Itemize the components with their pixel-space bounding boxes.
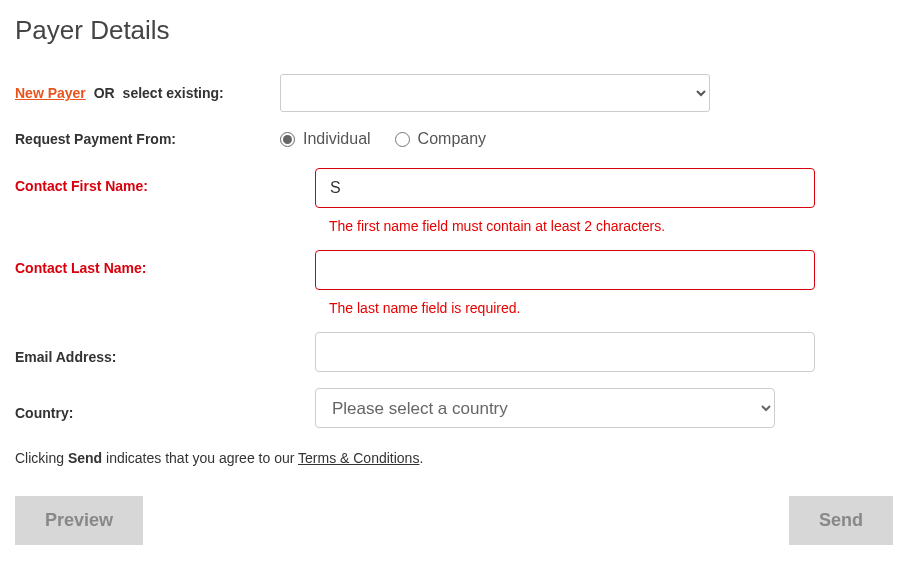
terms-send-word: Send bbox=[68, 450, 102, 466]
page-title: Payer Details bbox=[15, 15, 893, 46]
terms-link[interactable]: Terms & Conditions bbox=[298, 450, 419, 466]
request-from-label: Request Payment From: bbox=[15, 131, 280, 147]
radio-company-input[interactable] bbox=[395, 132, 410, 147]
radio-individual-input[interactable] bbox=[280, 132, 295, 147]
terms-suffix: . bbox=[419, 450, 423, 466]
new-payer-link[interactable]: New Payer bbox=[15, 85, 86, 101]
country-select[interactable]: Please select a country bbox=[315, 388, 775, 428]
country-label: Country: bbox=[15, 395, 315, 421]
radio-individual[interactable]: Individual bbox=[280, 130, 371, 148]
radio-company[interactable]: Company bbox=[395, 130, 486, 148]
last-name-error: The last name field is required. bbox=[315, 300, 815, 316]
first-name-error: The first name field must contain at lea… bbox=[315, 218, 815, 234]
email-input[interactable] bbox=[315, 332, 815, 372]
first-name-label: Contact First Name: bbox=[15, 168, 315, 194]
existing-payer-select[interactable] bbox=[280, 74, 710, 112]
new-payer-row: New Payer OR select existing: bbox=[15, 85, 280, 101]
preview-button[interactable]: Preview bbox=[15, 496, 143, 545]
email-label: Email Address: bbox=[15, 339, 315, 365]
terms-text: Clicking Send indicates that you agree t… bbox=[15, 450, 893, 466]
terms-middle: indicates that you agree to our bbox=[102, 450, 298, 466]
radio-individual-label: Individual bbox=[303, 130, 371, 148]
last-name-label: Contact Last Name: bbox=[15, 250, 315, 276]
request-from-radio-group: Individual Company bbox=[280, 130, 893, 148]
first-name-input[interactable] bbox=[315, 168, 815, 208]
select-existing-label: select existing: bbox=[123, 85, 224, 101]
or-text: OR bbox=[94, 85, 115, 101]
terms-prefix: Clicking bbox=[15, 450, 68, 466]
send-button[interactable]: Send bbox=[789, 496, 893, 545]
radio-company-label: Company bbox=[418, 130, 486, 148]
last-name-input[interactable] bbox=[315, 250, 815, 290]
